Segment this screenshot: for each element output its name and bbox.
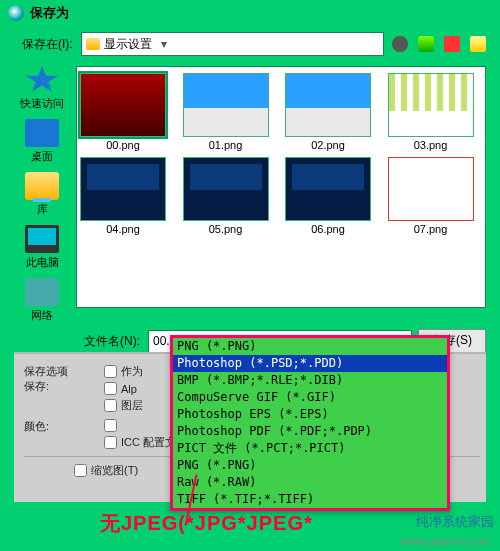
folder-icon	[86, 38, 100, 50]
desktop-icon	[25, 119, 59, 147]
annotation-text: 无JPEG(*JPG*JPEG*	[100, 510, 313, 537]
file-item[interactable]: 06.png	[284, 157, 372, 235]
format-option[interactable]: TIFF (*.TIF;*.TIFF)	[173, 491, 447, 508]
file-label: 03.png	[387, 139, 475, 151]
place-label: 快速访问	[14, 96, 70, 111]
file-thumbnail	[183, 73, 269, 137]
file-thumbnail	[80, 73, 166, 137]
thumbnail-checkbox[interactable]: 缩览图(T)	[74, 463, 138, 478]
back-icon[interactable]	[392, 36, 408, 52]
format-option[interactable]: BMP (*.BMP;*.RLE;*.DIB)	[173, 372, 447, 389]
app-icon	[8, 5, 24, 21]
format-option[interactable]: PICT 文件 (*.PCT;*.PICT)	[173, 440, 447, 457]
chevron-down-icon: ▾	[156, 37, 172, 51]
color-label: 颜色:	[24, 419, 90, 450]
copy-checkbox[interactable]: 作为	[104, 364, 143, 379]
file-label: 00.png	[79, 139, 167, 151]
place-quick-access[interactable]: 快速访问	[14, 66, 70, 111]
watermark-url: www.yidaimei.com	[400, 535, 490, 547]
file-thumbnail	[285, 73, 371, 137]
savein-toolbar	[392, 36, 486, 52]
save-sublabel: 保存:	[24, 379, 90, 394]
format-option[interactable]: PNG (*.PNG)	[173, 338, 447, 355]
place-label: 桌面	[14, 149, 70, 164]
file-item[interactable]: 04.png	[79, 157, 167, 235]
libraries-icon	[25, 172, 59, 200]
place-label: 库	[14, 202, 70, 217]
file-item[interactable]: 00.png	[79, 73, 167, 151]
up-one-level-icon[interactable]	[418, 36, 434, 52]
delete-icon[interactable]	[444, 36, 460, 52]
titlebar[interactable]: 保存为	[0, 0, 500, 26]
format-option[interactable]: Photoshop PDF (*.PDF;*.PDP)	[173, 423, 447, 440]
file-thumbnail	[80, 157, 166, 221]
file-item[interactable]: 03.png	[387, 73, 475, 151]
quick-access-icon	[25, 66, 59, 94]
save-options-label: 保存选项	[24, 364, 90, 379]
view-menu-icon[interactable]	[470, 36, 486, 52]
file-thumbnail	[388, 157, 474, 221]
file-label: 01.png	[182, 139, 270, 151]
file-label: 06.png	[284, 223, 372, 235]
savein-label: 保存在(I):	[22, 36, 73, 53]
window-title: 保存为	[30, 4, 69, 22]
place-network[interactable]: 网络	[14, 278, 70, 323]
savein-value: 显示设置	[104, 36, 152, 53]
format-option[interactable]: Photoshop (*.PSD;*.PDD)	[173, 355, 447, 372]
file-item[interactable]: 07.png	[387, 157, 475, 235]
place-this-pc[interactable]: 此电脑	[14, 225, 70, 270]
format-option[interactable]: CompuServe GIF (*.GIF)	[173, 389, 447, 406]
file-label: 04.png	[79, 223, 167, 235]
file-thumbnail	[388, 73, 474, 137]
file-thumbnail	[183, 157, 269, 221]
network-icon	[25, 278, 59, 306]
this-pc-icon	[25, 225, 59, 253]
file-list[interactable]: 00.png01.png02.png03.png04.png05.png06.p…	[76, 66, 486, 308]
places-bar: 快速访问桌面库此电脑网络	[14, 66, 70, 323]
place-desktop[interactable]: 桌面	[14, 119, 70, 164]
file-item[interactable]: 01.png	[182, 73, 270, 151]
watermark-brand: 纯净系统家园	[416, 513, 494, 531]
file-thumbnail	[285, 157, 371, 221]
format-option[interactable]: PNG (*.PNG)	[173, 457, 447, 474]
file-item[interactable]: 02.png	[284, 73, 372, 151]
alpha-checkbox[interactable]: Alp	[104, 382, 143, 395]
file-label: 02.png	[284, 139, 372, 151]
format-option[interactable]: Raw (*.RAW)	[173, 474, 447, 491]
layers-checkbox[interactable]: 图层	[104, 398, 143, 413]
place-label: 网络	[14, 308, 70, 323]
file-item[interactable]: 05.png	[182, 157, 270, 235]
place-label: 此电脑	[14, 255, 70, 270]
format-dropdown-list[interactable]: PNG (*.PNG)Photoshop (*.PSD;*.PDD)BMP (*…	[170, 335, 450, 511]
filename-label: 文件名(N):	[84, 333, 142, 350]
savein-combo[interactable]: 显示设置 ▾	[81, 32, 384, 56]
file-label: 07.png	[387, 223, 475, 235]
file-label: 05.png	[182, 223, 270, 235]
place-libraries[interactable]: 库	[14, 172, 70, 217]
format-option[interactable]: Photoshop EPS (*.EPS)	[173, 406, 447, 423]
